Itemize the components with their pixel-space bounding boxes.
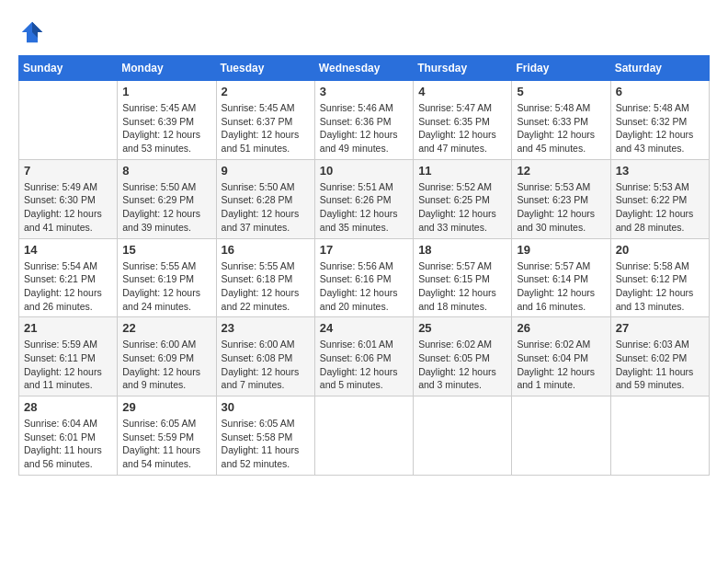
day-number: 29: [122, 400, 210, 414]
cell-info: Sunrise: 5:47 AM Sunset: 6:35 PM Dayligh…: [418, 101, 506, 155]
calendar-cell: 28Sunrise: 6:04 AM Sunset: 6:01 PM Dayli…: [19, 396, 118, 476]
calendar-cell: 27Sunrise: 6:03 AM Sunset: 6:02 PM Dayli…: [610, 317, 709, 396]
logo-icon: [18, 18, 46, 46]
calendar-cell: 21Sunrise: 5:59 AM Sunset: 6:11 PM Dayli…: [19, 317, 118, 396]
week-row-3: 14Sunrise: 5:54 AM Sunset: 6:21 PM Dayli…: [19, 238, 710, 317]
day-number: 7: [24, 164, 112, 178]
calendar-cell: [19, 81, 118, 160]
calendar-cell: 14Sunrise: 5:54 AM Sunset: 6:21 PM Dayli…: [19, 238, 118, 317]
calendar-cell: 3Sunrise: 5:46 AM Sunset: 6:36 PM Daylig…: [314, 81, 413, 160]
cell-info: Sunrise: 6:00 AM Sunset: 6:09 PM Dayligh…: [122, 338, 210, 392]
day-number: 8: [122, 164, 210, 178]
day-number: 27: [616, 321, 704, 335]
cell-info: Sunrise: 5:51 AM Sunset: 6:26 PM Dayligh…: [320, 180, 408, 235]
cell-info: Sunrise: 5:57 AM Sunset: 6:14 PM Dayligh…: [517, 259, 605, 314]
col-header-sunday: Sunday: [19, 56, 118, 81]
day-number: 4: [418, 85, 506, 98]
day-number: 15: [122, 243, 210, 257]
calendar-cell: 17Sunrise: 5:56 AM Sunset: 6:16 PM Dayli…: [314, 238, 413, 317]
week-row-5: 28Sunrise: 6:04 AM Sunset: 6:01 PM Dayli…: [19, 396, 710, 476]
day-number: 6: [616, 85, 704, 98]
calendar-cell: 6Sunrise: 5:48 AM Sunset: 6:32 PM Daylig…: [610, 81, 709, 160]
day-number: 19: [517, 243, 605, 257]
week-row-1: 1Sunrise: 5:45 AM Sunset: 6:39 PM Daylig…: [19, 81, 710, 160]
calendar-cell: 29Sunrise: 6:05 AM Sunset: 5:59 PM Dayli…: [118, 396, 216, 476]
week-row-2: 7Sunrise: 5:49 AM Sunset: 6:30 PM Daylig…: [19, 159, 710, 238]
calendar-cell: 10Sunrise: 5:51 AM Sunset: 6:26 PM Dayli…: [314, 159, 413, 238]
calendar-cell: [314, 396, 413, 476]
page-header: [18, 18, 710, 46]
calendar-cell: 11Sunrise: 5:52 AM Sunset: 6:25 PM Dayli…: [414, 159, 512, 238]
week-row-4: 21Sunrise: 5:59 AM Sunset: 6:11 PM Dayli…: [19, 317, 710, 396]
cell-info: Sunrise: 6:02 AM Sunset: 6:04 PM Dayligh…: [517, 338, 605, 392]
cell-info: Sunrise: 5:54 AM Sunset: 6:21 PM Dayligh…: [24, 259, 112, 314]
day-number: 3: [320, 85, 408, 98]
col-header-monday: Monday: [118, 56, 216, 81]
calendar-cell: 30Sunrise: 6:05 AM Sunset: 5:58 PM Dayli…: [216, 396, 314, 476]
cell-info: Sunrise: 5:48 AM Sunset: 6:33 PM Dayligh…: [517, 101, 605, 155]
day-number: 28: [24, 400, 112, 414]
cell-info: Sunrise: 5:45 AM Sunset: 6:39 PM Dayligh…: [122, 101, 210, 155]
cell-info: Sunrise: 5:48 AM Sunset: 6:32 PM Dayligh…: [616, 101, 704, 155]
day-number: 17: [320, 243, 408, 257]
day-number: 21: [24, 321, 112, 335]
cell-info: Sunrise: 5:57 AM Sunset: 6:15 PM Dayligh…: [418, 259, 506, 314]
calendar-cell: 9Sunrise: 5:50 AM Sunset: 6:28 PM Daylig…: [216, 159, 314, 238]
logo: [18, 18, 50, 46]
cell-info: Sunrise: 6:02 AM Sunset: 6:05 PM Dayligh…: [418, 338, 506, 392]
calendar-cell: 25Sunrise: 6:02 AM Sunset: 6:05 PM Dayli…: [414, 317, 512, 396]
cell-info: Sunrise: 6:05 AM Sunset: 5:59 PM Dayligh…: [122, 417, 210, 471]
col-header-wednesday: Wednesday: [314, 56, 413, 81]
calendar-cell: 8Sunrise: 5:50 AM Sunset: 6:29 PM Daylig…: [118, 159, 216, 238]
col-header-saturday: Saturday: [610, 56, 709, 81]
col-header-thursday: Thursday: [414, 56, 512, 81]
calendar-cell: 16Sunrise: 5:55 AM Sunset: 6:18 PM Dayli…: [216, 238, 314, 317]
cell-info: Sunrise: 5:46 AM Sunset: 6:36 PM Dayligh…: [320, 101, 408, 155]
calendar-cell: [414, 396, 512, 476]
day-number: 10: [320, 164, 408, 178]
day-number: 30: [222, 400, 310, 414]
calendar-cell: [610, 396, 709, 476]
calendar-cell: 13Sunrise: 5:53 AM Sunset: 6:22 PM Dayli…: [610, 159, 709, 238]
calendar-cell: 15Sunrise: 5:55 AM Sunset: 6:19 PM Dayli…: [118, 238, 216, 317]
cell-info: Sunrise: 5:50 AM Sunset: 6:28 PM Dayligh…: [222, 180, 310, 235]
day-number: 9: [222, 164, 310, 178]
cell-info: Sunrise: 6:04 AM Sunset: 6:01 PM Dayligh…: [24, 417, 112, 471]
cell-info: Sunrise: 5:53 AM Sunset: 6:22 PM Dayligh…: [616, 180, 704, 235]
calendar-cell: 20Sunrise: 5:58 AM Sunset: 6:12 PM Dayli…: [610, 238, 709, 317]
cell-info: Sunrise: 6:00 AM Sunset: 6:08 PM Dayligh…: [222, 338, 310, 392]
cell-info: Sunrise: 5:53 AM Sunset: 6:23 PM Dayligh…: [517, 180, 605, 235]
day-number: 5: [517, 85, 605, 98]
calendar-cell: 22Sunrise: 6:00 AM Sunset: 6:09 PM Dayli…: [118, 317, 216, 396]
cell-info: Sunrise: 5:52 AM Sunset: 6:25 PM Dayligh…: [418, 180, 506, 235]
cell-info: Sunrise: 6:03 AM Sunset: 6:02 PM Dayligh…: [616, 338, 704, 392]
day-number: 11: [418, 164, 506, 178]
calendar-cell: 12Sunrise: 5:53 AM Sunset: 6:23 PM Dayli…: [512, 159, 610, 238]
day-number: 1: [122, 85, 210, 98]
calendar-cell: 7Sunrise: 5:49 AM Sunset: 6:30 PM Daylig…: [19, 159, 118, 238]
day-number: 13: [616, 164, 704, 178]
day-number: 22: [122, 321, 210, 335]
calendar-cell: 23Sunrise: 6:00 AM Sunset: 6:08 PM Dayli…: [216, 317, 314, 396]
day-number: 24: [320, 321, 408, 335]
calendar-header-row: SundayMondayTuesdayWednesdayThursdayFrid…: [19, 56, 710, 81]
day-number: 26: [517, 321, 605, 335]
cell-info: Sunrise: 6:05 AM Sunset: 5:58 PM Dayligh…: [222, 417, 310, 471]
cell-info: Sunrise: 5:59 AM Sunset: 6:11 PM Dayligh…: [24, 338, 112, 392]
calendar-cell: 19Sunrise: 5:57 AM Sunset: 6:14 PM Dayli…: [512, 238, 610, 317]
cell-info: Sunrise: 5:45 AM Sunset: 6:37 PM Dayligh…: [222, 101, 310, 155]
col-header-friday: Friday: [512, 56, 610, 81]
cell-info: Sunrise: 5:49 AM Sunset: 6:30 PM Dayligh…: [24, 180, 112, 235]
day-number: 23: [222, 321, 310, 335]
day-number: 20: [616, 243, 704, 257]
cell-info: Sunrise: 5:50 AM Sunset: 6:29 PM Dayligh…: [122, 180, 210, 235]
day-number: 18: [418, 243, 506, 257]
cell-info: Sunrise: 5:58 AM Sunset: 6:12 PM Dayligh…: [616, 259, 704, 314]
day-number: 12: [517, 164, 605, 178]
calendar-cell: 26Sunrise: 6:02 AM Sunset: 6:04 PM Dayli…: [512, 317, 610, 396]
calendar-cell: 2Sunrise: 5:45 AM Sunset: 6:37 PM Daylig…: [216, 81, 314, 160]
day-number: 25: [418, 321, 506, 335]
calendar-cell: [512, 396, 610, 476]
calendar-cell: 18Sunrise: 5:57 AM Sunset: 6:15 PM Dayli…: [414, 238, 512, 317]
cell-info: Sunrise: 6:01 AM Sunset: 6:06 PM Dayligh…: [320, 338, 408, 392]
